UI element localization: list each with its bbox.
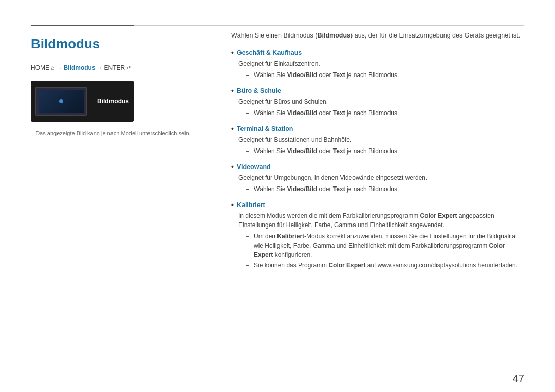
intro-text: Wählen Sie einen Bildmodus (Bildmodus) a…	[231, 31, 524, 41]
bullet-icon: •	[231, 125, 234, 133]
monitor-screen	[35, 87, 87, 116]
video-bild-bold: Video/Bild	[287, 185, 317, 193]
dash-icon: –	[246, 260, 251, 270]
video-bild-bold: Video/Bild	[287, 109, 317, 117]
breadcrumb-item: Bildmodus	[64, 64, 96, 71]
list-item: • Videowand Geeignet für Umgebungen, in …	[231, 163, 524, 194]
monitor-caption: – Das angezeigte Bild kann je nach Model…	[31, 130, 206, 136]
section-title-geschaeft: • Geschäft & Kaufhaus	[231, 49, 524, 57]
bullet-icon: •	[231, 201, 234, 209]
content-area: Bildmodus HOME ⌂ → Bildmodus → ENTER ↵ B…	[31, 31, 524, 371]
left-column: Bildmodus HOME ⌂ → Bildmodus → ENTER ↵ B…	[31, 31, 206, 136]
sub-text-geschaeft: Wählen Sie Video/Bild oder Text je nach …	[254, 70, 399, 80]
section-desc-kalibriert: In diesem Modus werden die mit dem Farbk…	[238, 211, 524, 230]
dash-icon: –	[246, 108, 251, 118]
page-number: 47	[513, 372, 524, 384]
sub-item-geschaeft: – Wählen Sie Video/Bild oder Text je nac…	[246, 70, 524, 80]
dash-icon: –	[246, 70, 251, 80]
list-item: • Kalibriert In diesem Modus werden die …	[231, 201, 524, 270]
sub-item-kalibriert-2: – Sie können das Programm Color Expert a…	[246, 260, 524, 270]
dash-icon: –	[246, 146, 251, 156]
section-title-buero: • Büro & Schule	[231, 87, 524, 95]
breadcrumb-home: HOME ⌂	[31, 64, 55, 71]
list-item: • Geschäft & Kaufhaus Geeignet für Einka…	[231, 49, 524, 80]
sub-item-videowand: – Wählen Sie Video/Bild oder Text je nac…	[246, 184, 524, 194]
text-bold: Text	[333, 71, 345, 79]
bullet-icon: •	[231, 163, 234, 171]
color-expert-bold-2: Color Expert	[254, 242, 505, 258]
sub-item-terminal: – Wählen Sie Video/Bild oder Text je nac…	[246, 146, 524, 156]
section-desc-buero: Geeignet für Büros und Schulen.	[238, 97, 524, 106]
bullet-icon: •	[231, 87, 234, 95]
section-title-label: Büro & Schule	[237, 87, 281, 95]
text-bold: Text	[333, 147, 345, 155]
top-line-light	[134, 25, 524, 26]
bullet-icon: •	[231, 49, 234, 57]
top-decorative-lines	[31, 25, 524, 26]
color-expert-bold: Color Expert	[420, 212, 457, 219]
page-title: Bildmodus	[31, 36, 206, 52]
sub-text-videowand: Wählen Sie Video/Bild oder Text je nach …	[254, 184, 399, 194]
monitor-screen-inner	[39, 90, 84, 113]
sub-text-buero: Wählen Sie Video/Bild oder Text je nach …	[254, 108, 399, 118]
section-list: • Geschäft & Kaufhaus Geeignet für Einka…	[231, 49, 524, 270]
text-bold: Text	[333, 185, 345, 193]
dash-icon: –	[246, 184, 251, 194]
enter-icon: ↵	[126, 65, 131, 71]
section-title-label: Terminal & Station	[237, 125, 293, 133]
breadcrumb: HOME ⌂ → Bildmodus → ENTER ↵	[31, 64, 206, 71]
right-column: Wählen Sie einen Bildmodus (Bildmodus) a…	[231, 31, 524, 277]
section-title-terminal: • Terminal & Station	[231, 125, 524, 133]
sub-item-buero: – Wählen Sie Video/Bild oder Text je nac…	[246, 108, 524, 118]
home-icon: HOME ⌂	[31, 64, 55, 71]
page-container: Bildmodus HOME ⌂ → Bildmodus → ENTER ↵ B…	[0, 0, 555, 392]
breadcrumb-arrow2: →	[97, 65, 103, 71]
monitor-label: Bildmodus	[97, 98, 129, 105]
dash-icon: –	[246, 232, 251, 259]
video-bild-bold: Video/Bild	[287, 147, 317, 155]
intro-bold: Bildmodus	[317, 32, 350, 39]
kalibriert-bold: Kalibriert	[277, 233, 304, 240]
breadcrumb-arrow1: →	[57, 65, 62, 71]
section-desc-terminal: Geeignet für Busstationen und Bahnhöfe.	[238, 135, 524, 144]
breadcrumb-enter: ENTER	[104, 64, 125, 71]
top-line-dark	[31, 25, 134, 26]
monitor-image-box: Bildmodus	[31, 81, 134, 122]
section-title-kalibriert: • Kalibriert	[231, 201, 524, 209]
color-expert-bold-3: Color Expert	[328, 262, 365, 269]
section-desc-videowand: Geeignet für Umgebungen, in denen Videow…	[238, 173, 524, 182]
sub-item-kalibriert-1: – Um den Kalibriert-Modus korrekt anzuwe…	[246, 232, 524, 259]
list-item: • Büro & Schule Geeignet für Büros und S…	[231, 87, 524, 118]
sub-text-kalibriert-1: Um den Kalibriert-Modus korrekt anzuwend…	[254, 232, 524, 259]
section-title-videowand: • Videowand	[231, 163, 524, 171]
section-desc-geschaeft: Geeignet für Einkaufszentren.	[238, 59, 524, 68]
section-title-label: Kalibriert	[237, 201, 265, 209]
video-bild-bold: Video/Bild	[287, 71, 317, 79]
monitor-dot	[59, 99, 63, 103]
sub-text-terminal: Wählen Sie Video/Bild oder Text je nach …	[254, 146, 399, 156]
sub-text-kalibriert-2: Sie können das Programm Color Expert auf…	[254, 260, 517, 270]
list-item: • Terminal & Station Geeignet für Bussta…	[231, 125, 524, 156]
section-title-label: Geschäft & Kaufhaus	[237, 49, 302, 57]
text-bold: Text	[333, 109, 345, 117]
section-title-label: Videowand	[237, 163, 271, 171]
